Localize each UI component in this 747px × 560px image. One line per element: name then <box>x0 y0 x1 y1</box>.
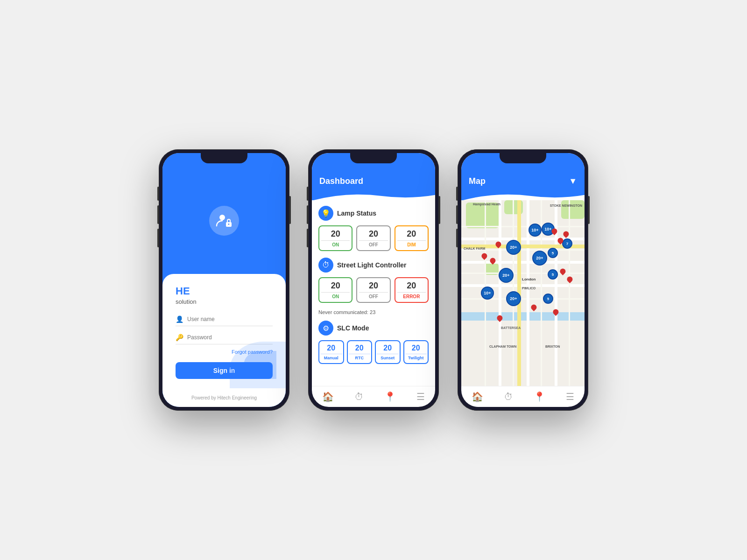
slc-on-num: 20 <box>321 281 350 291</box>
twilight-label: Twilight <box>405 356 427 360</box>
slc-mode-cards: 20 Manual 20 RTC 20 Sunset <box>318 340 429 364</box>
powered-by-text: Powered by Hitech Engineering <box>162 395 286 400</box>
cluster-10[interactable]: 20+ <box>506 291 521 306</box>
dashboard-content: 💡 Lamp Status 20 ON 20 OFF <box>312 200 435 386</box>
cluster-1[interactable]: 10+ <box>529 224 542 237</box>
slc-mode-title: SLC Mode <box>337 324 369 332</box>
twilight-num: 20 <box>405 344 427 352</box>
lamp-status-title: Lamp Status <box>337 210 376 217</box>
cluster-7[interactable]: 20+ <box>499 268 514 283</box>
wave-decoration <box>312 191 435 200</box>
slc-status-cards: 20 ON 20 OFF 20 ERROR <box>318 277 429 303</box>
user-icon: 👤 <box>176 315 183 323</box>
sunset-num: 20 <box>377 344 399 352</box>
cluster-5[interactable]: 5 <box>548 248 558 258</box>
dashboard-screen: Dashboard 💡 Lamp Status 20 <box>312 153 435 407</box>
slc-error-card[interactable]: 20 ERROR <box>395 277 429 303</box>
pin-9 <box>530 305 536 313</box>
username-input[interactable] <box>187 316 273 322</box>
pimlico-label: PIMLICO <box>522 287 536 290</box>
cluster-9[interactable]: 10+ <box>481 287 494 300</box>
notch-map <box>500 153 546 163</box>
never-comm-text: Never communicated: 23 <box>318 309 429 315</box>
slc-title: Street Light Controller <box>337 261 407 269</box>
cluster-11[interactable]: 5 <box>543 294 553 304</box>
rtc-label: RTC <box>349 356 371 360</box>
road-h2 <box>461 261 585 264</box>
lamp-on-label: ON <box>321 242 350 247</box>
slc-off-label: OFF <box>359 294 388 299</box>
phone-map: Map ▼ <box>458 149 588 411</box>
pin-11 <box>496 316 502 323</box>
rtc-card[interactable]: 20 RTC <box>347 340 373 364</box>
park-1 <box>466 203 499 228</box>
lamp-off-num: 20 <box>359 229 388 239</box>
login-bottom: Powered by Hitech Engineering <box>162 388 286 407</box>
slc-on-card[interactable]: 20 ON <box>318 277 352 303</box>
twilight-card[interactable]: 20 Twilight <box>403 340 429 364</box>
pin-6 <box>551 229 557 237</box>
slc-header: ⏱ Street Light Controller <box>318 258 429 273</box>
map-nav-map-icon[interactable]: 📍 <box>534 391 545 402</box>
slc-off-card[interactable]: 20 OFF <box>356 277 390 303</box>
map-nav-clock-icon[interactable]: ⏱ <box>504 392 513 402</box>
cluster-4[interactable]: 20+ <box>532 251 547 266</box>
lamp-dim-card[interactable]: 20 DIM <box>395 225 429 251</box>
lock-icon: 🔑 <box>176 334 183 341</box>
rtc-num: 20 <box>349 344 371 352</box>
dashboard-title: Dashboard <box>319 176 428 186</box>
lamp-dim-label: DIM <box>397 242 426 247</box>
sunset-card[interactable]: 20 Sunset <box>375 340 401 364</box>
manual-card[interactable]: 20 Manual <box>318 340 344 364</box>
svg-rect-2 <box>228 224 229 225</box>
lamp-off-label: OFF <box>359 242 388 247</box>
london-label: London <box>522 277 536 281</box>
pin-7 <box>559 269 565 277</box>
nav-clock-icon[interactable]: ⏱ <box>354 392 364 402</box>
map-bottom-nav: 🏠 ⏱ 📍 ☰ <box>461 386 585 407</box>
blue-blob-2 <box>244 351 276 379</box>
sunset-label: Sunset <box>377 356 399 360</box>
username-field[interactable]: 👤 <box>176 313 273 326</box>
phones-container: HE solution 👤 🔑 Forgot password? Sign in <box>159 149 588 411</box>
lamp-status-header: 💡 Lamp Status <box>318 206 429 221</box>
lamp-icon: 💡 <box>318 206 333 221</box>
lamp-dim-num: 20 <box>397 229 426 239</box>
slc-on-label: ON <box>321 294 350 299</box>
nav-menu-icon[interactable]: ☰ <box>416 391 425 402</box>
user-lock-icon <box>215 212 233 230</box>
stoke-label: STOKE NEWINGTON <box>550 204 582 207</box>
cluster-6[interactable]: 7 <box>562 238 572 249</box>
nav-home-icon[interactable]: 🏠 <box>322 391 334 402</box>
notch-login <box>201 153 247 163</box>
pin-1 <box>495 242 500 250</box>
map-nav-home-icon[interactable]: 🏠 <box>472 391 483 402</box>
dashboard-bottom-nav: 🏠 ⏱ 📍 ☰ <box>312 386 435 407</box>
password-input[interactable] <box>187 334 273 341</box>
nav-map-icon[interactable]: 📍 <box>384 391 396 402</box>
phone-login: HE solution 👤 🔑 Forgot password? Sign in <box>159 149 289 411</box>
filter-icon[interactable]: ▼ <box>569 176 577 186</box>
svg-point-0 <box>219 215 225 220</box>
avatar-circle <box>209 206 239 236</box>
manual-num: 20 <box>320 344 342 352</box>
cluster-8[interactable]: 5 <box>548 269 558 280</box>
manual-label: Manual <box>320 356 342 360</box>
notch-dashboard <box>350 153 397 163</box>
cluster-3[interactable]: 20+ <box>506 240 521 255</box>
pin-2 <box>489 259 495 266</box>
road-v1 <box>499 200 501 386</box>
map-container[interactable]: London BATTERSEA Hampstead Heath STOKE N… <box>461 200 585 386</box>
login-blue-top <box>162 153 286 274</box>
brixton-label: BRIXTON <box>545 345 560 348</box>
pin-3 <box>481 254 486 261</box>
park-4 <box>561 200 585 219</box>
phone-dashboard: Dashboard 💡 Lamp Status 20 <box>308 149 439 411</box>
map-wave-decoration <box>461 191 585 200</box>
lamp-on-card[interactable]: 20 ON <box>318 225 352 251</box>
map-nav-menu-icon[interactable]: ☰ <box>566 391 574 402</box>
lamp-off-card[interactable]: 20 OFF <box>356 225 390 251</box>
pin-5 <box>557 238 563 246</box>
login-card: HE solution 👤 🔑 Forgot password? Sign in <box>162 274 286 388</box>
map-title: Map <box>469 176 486 186</box>
